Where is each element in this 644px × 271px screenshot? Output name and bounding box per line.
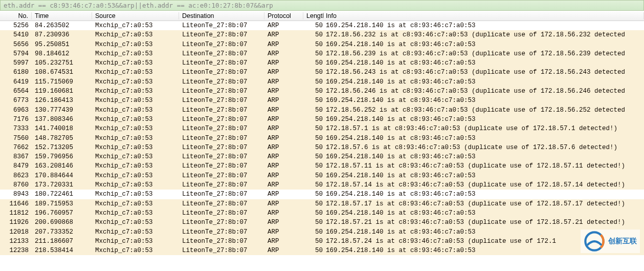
cell-time: 98.184612: [32, 49, 92, 58]
cell-no: 5656: [0, 40, 32, 49]
packet-row[interactable]: 6564119.160681Mxchip_c7:a0:53LiteonTe_27…: [0, 87, 644, 96]
cell-info: 172.18.56.246 is at c8:93:46:c7:a0:53 (d…: [324, 87, 644, 96]
cell-info: 172.18.56.252 is at c8:93:46:c7:a0:53 (d…: [324, 106, 644, 115]
cell-source: Mxchip_c7:a0:53: [92, 68, 179, 77]
packet-row[interactable]: 11926200.690868Mxchip_c7:a0:53LiteonTe_2…: [0, 218, 644, 227]
col-header-time[interactable]: Time: [32, 12, 92, 19]
col-header-destination[interactable]: Destination: [179, 12, 264, 19]
packet-row[interactable]: 6180108.674531Mxchip_c7:a0:53LiteonTe_27…: [0, 68, 644, 77]
cell-time: 189.715953: [32, 199, 92, 209]
packet-row[interactable]: 541087.230936Mxchip_c7:a0:53LiteonTe_27:…: [0, 30, 644, 39]
packet-row[interactable]: 8479163.208146Mxchip_c7:a0:53LiteonTe_27…: [0, 161, 644, 171]
cell-destination: LiteonTe_27:8b:07: [179, 180, 264, 190]
cell-protocol: ARP: [264, 115, 303, 124]
cell-time: 141.740018: [32, 124, 92, 133]
cell-protocol: ARP: [264, 161, 303, 171]
cell-time: 119.160681: [32, 87, 92, 96]
cell-time: 137.808346: [32, 115, 92, 124]
cell-info: 169.254.218.140 is at c8:93:46:c7:a0:53: [324, 209, 644, 218]
col-header-protocol[interactable]: Protocol: [264, 12, 303, 19]
cell-info: 169.254.218.140 is at c8:93:46:c7:a0:53: [324, 77, 644, 87]
cell-length: 50: [303, 115, 324, 124]
cell-protocol: ARP: [264, 30, 303, 39]
cell-destination: LiteonTe_27:8b:07: [179, 227, 264, 237]
watermark-text: 创新互联: [608, 237, 637, 246]
packet-row[interactable]: 7333141.740018Mxchip_c7:a0:53LiteonTe_27…: [0, 124, 644, 133]
cell-source: Mxchip_c7:a0:53: [92, 246, 179, 255]
cell-length: 50: [303, 237, 324, 246]
cell-destination: LiteonTe_27:8b:07: [179, 124, 264, 133]
cell-source: Mxchip_c7:a0:53: [92, 21, 179, 30]
display-filter-input[interactable]: eth.addr == c8:93:46:c7:a0:53&&arp||eth.…: [0, 0, 644, 11]
packet-row[interactable]: 5997105.232751Mxchip_c7:a0:53LiteonTe_27…: [0, 58, 644, 68]
packet-row[interactable]: 525684.263502Mxchip_c7:a0:53LiteonTe_27:…: [0, 21, 644, 30]
packet-row[interactable]: 6773126.186413Mxchip_c7:a0:53LiteonTe_27…: [0, 96, 644, 105]
cell-source: Mxchip_c7:a0:53: [92, 209, 179, 218]
cell-length: 50: [303, 68, 324, 77]
cell-protocol: ARP: [264, 96, 303, 105]
cell-protocol: ARP: [264, 40, 303, 49]
cell-protocol: ARP: [264, 218, 303, 227]
cell-time: 87.230936: [32, 30, 92, 39]
packet-row[interactable]: 579498.184612Mxchip_c7:a0:53LiteonTe_27:…: [0, 49, 644, 58]
packet-row[interactable]: 8760173.720331Mxchip_c7:a0:53LiteonTe_27…: [0, 180, 644, 190]
cell-info: 172.18.56.232 is at c8:93:46:c7:a0:53 (d…: [324, 30, 644, 39]
cell-source: Mxchip_c7:a0:53: [92, 96, 179, 105]
cell-protocol: ARP: [264, 124, 303, 133]
packet-row[interactable]: 8367159.796956Mxchip_c7:a0:53LiteonTe_27…: [0, 152, 644, 161]
packet-row[interactable]: 6419115.715069Mxchip_c7:a0:53LiteonTe_27…: [0, 77, 644, 87]
cell-source: Mxchip_c7:a0:53: [92, 227, 179, 237]
packet-row[interactable]: 6963130.777439Mxchip_c7:a0:53LiteonTe_27…: [0, 106, 644, 115]
cell-no: 8943: [0, 190, 32, 199]
packet-row[interactable]: 12238218.538414Mxchip_c7:a0:53LiteonTe_2…: [0, 246, 644, 255]
packet-row[interactable]: 565695.250851Mxchip_c7:a0:53LiteonTe_27:…: [0, 40, 644, 49]
cell-length: 50: [303, 87, 324, 96]
packet-row[interactable]: 12018207.733352Mxchip_c7:a0:53LiteonTe_2…: [0, 227, 644, 237]
packet-row[interactable]: 12133211.186607Mxchip_c7:a0:53LiteonTe_2…: [0, 237, 644, 246]
cell-no: 7176: [0, 115, 32, 124]
cell-destination: LiteonTe_27:8b:07: [179, 40, 264, 49]
cell-destination: LiteonTe_27:8b:07: [179, 237, 264, 246]
cell-source: Mxchip_c7:a0:53: [92, 237, 179, 246]
cell-destination: LiteonTe_27:8b:07: [179, 49, 264, 58]
packet-row[interactable]: 8623170.884644Mxchip_c7:a0:53LiteonTe_27…: [0, 171, 644, 180]
packet-row[interactable]: 11646189.715953Mxchip_c7:a0:53LiteonTe_2…: [0, 199, 644, 209]
cell-protocol: ARP: [264, 58, 303, 68]
packet-row[interactable]: 8943180.722461Mxchip_c7:a0:53LiteonTe_27…: [0, 190, 644, 199]
col-header-source[interactable]: Source: [92, 12, 179, 19]
cell-no: 11926: [0, 218, 32, 227]
cell-time: 95.250851: [32, 40, 92, 49]
cell-time: 163.208146: [32, 161, 92, 171]
cell-source: Mxchip_c7:a0:53: [92, 161, 179, 171]
cell-info: 172.18.57.14 is at c8:93:46:c7:a0:53 (du…: [324, 180, 644, 190]
packet-row[interactable]: 11812196.760957Mxchip_c7:a0:53LiteonTe_2…: [0, 209, 644, 218]
cell-time: 126.186413: [32, 96, 92, 105]
cell-protocol: ARP: [264, 199, 303, 209]
col-header-info[interactable]: Info: [324, 12, 644, 19]
cell-destination: LiteonTe_27:8b:07: [179, 77, 264, 87]
cell-source: Mxchip_c7:a0:53: [92, 171, 179, 180]
cell-destination: LiteonTe_27:8b:07: [179, 152, 264, 161]
cell-length: 50: [303, 106, 324, 115]
cell-protocol: ARP: [264, 68, 303, 77]
cell-protocol: ARP: [264, 227, 303, 237]
packet-row[interactable]: 7662152.713205Mxchip_c7:a0:53LiteonTe_27…: [0, 143, 644, 152]
col-header-no[interactable]: No.: [0, 12, 32, 19]
packet-row[interactable]: 7176137.808346Mxchip_c7:a0:53LiteonTe_27…: [0, 115, 644, 124]
cell-source: Mxchip_c7:a0:53: [92, 49, 179, 58]
col-header-length[interactable]: Length: [303, 12, 324, 19]
cell-time: 170.884644: [32, 171, 92, 180]
cell-info: 172.18.56.243 is at c8:93:46:c7:a0:53 (d…: [324, 68, 644, 77]
cell-info: 169.254.218.140 is at c8:93:46:c7:a0:53: [324, 40, 644, 49]
cell-length: 50: [303, 96, 324, 105]
cell-destination: LiteonTe_27:8b:07: [179, 199, 264, 209]
packet-row[interactable]: 7560148.782705Mxchip_c7:a0:53LiteonTe_27…: [0, 134, 644, 143]
packet-list[interactable]: 525684.263502Mxchip_c7:a0:53LiteonTe_27:…: [0, 21, 644, 255]
cell-no: 5256: [0, 21, 32, 30]
cell-destination: LiteonTe_27:8b:07: [179, 134, 264, 143]
cell-info: 169.254.218.140 is at c8:93:46:c7:a0:53: [324, 190, 644, 199]
cell-length: 50: [303, 134, 324, 143]
cell-no: 6564: [0, 87, 32, 96]
cell-protocol: ARP: [264, 49, 303, 58]
cell-protocol: ARP: [264, 143, 303, 152]
